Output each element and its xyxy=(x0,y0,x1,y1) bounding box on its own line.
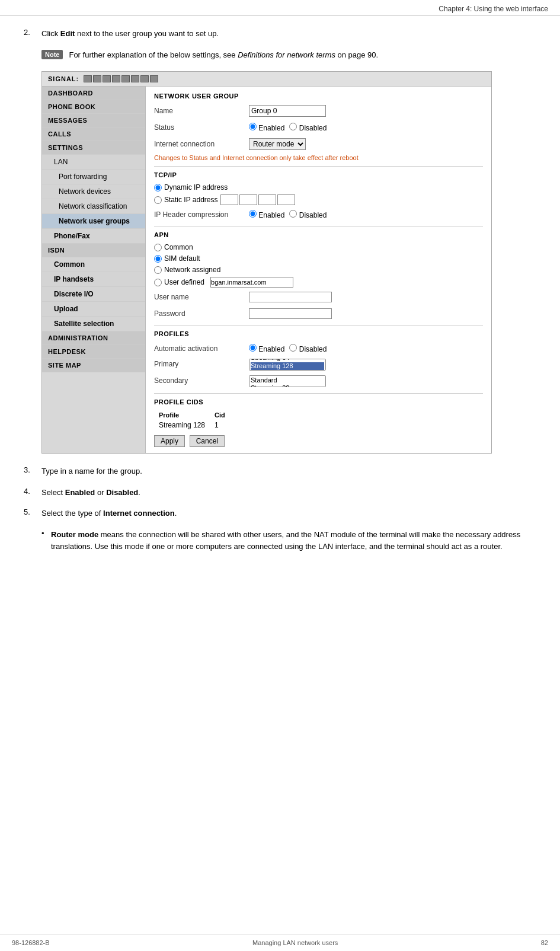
ip-enabled-label[interactable]: Enabled xyxy=(249,210,284,219)
signal-block-1 xyxy=(84,75,92,82)
internet-control: Router mode xyxy=(249,138,483,150)
ip-disabled-label[interactable]: Disabled xyxy=(289,210,327,219)
signal-block-3 xyxy=(103,75,111,82)
status-disabled-label[interactable]: Disabled xyxy=(289,123,327,132)
signal-block-6 xyxy=(131,75,139,82)
internet-select[interactable]: Router mode xyxy=(249,138,306,150)
status-enabled-label[interactable]: Enabled xyxy=(249,123,284,132)
apn-user-input[interactable] xyxy=(210,277,293,288)
ip-box-2[interactable] xyxy=(239,194,257,205)
sidebar-item-settings[interactable]: SETTINGS xyxy=(42,141,145,155)
step-5-text: Select the type of Internet connection. xyxy=(41,508,177,519)
apply-button[interactable]: Apply xyxy=(154,435,185,447)
ip-box-4[interactable] xyxy=(277,194,295,205)
content-area: DASHBOARD PHONE BOOK MESSAGES CALLS SETT… xyxy=(42,87,491,453)
static-ip-row: Static IP address xyxy=(154,194,483,205)
warning-text: Changes to Status and Internet connectio… xyxy=(154,154,483,161)
ip-box-3[interactable] xyxy=(258,194,276,205)
sidebar-item-discreteio[interactable]: Discrete I/O xyxy=(42,287,145,302)
password-row: Password xyxy=(154,307,483,320)
dynamic-ip-radio[interactable] xyxy=(154,184,162,192)
sidebar-item-networkusergroups[interactable]: Network user groups xyxy=(42,214,145,229)
sidebar-item-satelliteselection[interactable]: Satellite selection xyxy=(42,317,145,331)
apn-user-radio[interactable] xyxy=(154,279,162,286)
status-enabled-radio[interactable] xyxy=(249,123,257,130)
sidebar-item-messages[interactable]: MESSAGES xyxy=(42,114,145,127)
sidebar-item-networkclassification[interactable]: Network classification xyxy=(42,199,145,214)
step-4-text: Select Enabled or Disabled. xyxy=(41,487,140,499)
password-input[interactable] xyxy=(249,308,332,319)
signal-block-5 xyxy=(121,75,130,82)
ip-disabled-radio[interactable] xyxy=(289,210,297,218)
sidebar-item-helpdesk[interactable]: HELPDESK xyxy=(42,345,145,359)
sidebar-item-dashboard[interactable]: DASHBOARD xyxy=(42,87,145,100)
auto-disabled-radio[interactable] xyxy=(289,344,297,352)
ip-header-label: IP Header compression xyxy=(154,210,249,219)
sidebar-item-networkdevices[interactable]: Network devices xyxy=(42,184,145,199)
sidebar-item-sitemap[interactable]: SITE MAP xyxy=(42,359,145,372)
ip-enabled-radio[interactable] xyxy=(249,210,257,218)
divider-3 xyxy=(154,325,483,325)
main-content: 2. Click Edit next to the user group you… xyxy=(0,16,560,594)
username-label: User name xyxy=(154,293,249,301)
divider-1 xyxy=(154,166,483,167)
step-2-text: Click Edit next to the user group you wa… xyxy=(41,28,219,40)
password-label: Password xyxy=(154,309,249,318)
primary-streaming256[interactable]: Streaming 256 xyxy=(251,370,324,371)
secondary-profiles-list[interactable]: Standard Streaming 32 Streaming 64 Strea… xyxy=(249,375,326,387)
secondary-label: Secondary xyxy=(154,375,249,385)
static-ip-radio[interactable] xyxy=(154,196,162,204)
button-row: Apply Cancel xyxy=(154,435,483,447)
status-label: Status xyxy=(154,123,249,132)
auto-enabled-radio[interactable] xyxy=(249,344,257,352)
auto-disabled-label[interactable]: Disabled xyxy=(289,344,327,353)
sidebar-item-calls[interactable]: CALLS xyxy=(42,127,145,141)
secondary-control: Standard Streaming 32 Streaming 64 Strea… xyxy=(249,375,483,387)
step-3-text: Type in a name for the group. xyxy=(41,465,142,477)
page-header: Chapter 4: Using the web interface xyxy=(0,0,560,16)
signal-block-4 xyxy=(112,75,120,82)
apn-user-label: User defined xyxy=(164,278,204,286)
auto-enabled-label[interactable]: Enabled xyxy=(249,344,284,353)
ip-box-1[interactable] xyxy=(220,194,238,205)
screenshot-frame: SIGNAL: DASHBOARD PHONE BOOK MESSAGES CA… xyxy=(41,71,492,454)
sidebar-item-phonebook[interactable]: PHONE BOOK xyxy=(42,100,145,114)
bullet-router-text: Router mode means the connection will be… xyxy=(51,529,536,553)
cid-row-1: Streaming 128 1 xyxy=(154,420,230,430)
chapter-title: Chapter 4: Using the web interface xyxy=(439,5,548,13)
footer-center: Managing LAN network users xyxy=(252,939,338,946)
sidebar-item-isdn[interactable]: ISDN xyxy=(42,244,145,257)
note-label: Note xyxy=(41,50,63,59)
secondary-standard[interactable]: Standard xyxy=(251,376,324,384)
signal-label: SIGNAL: xyxy=(48,75,79,82)
sidebar-item-iphandsets[interactable]: IP handsets xyxy=(42,272,145,287)
signal-block-7 xyxy=(140,75,149,82)
apn-sim-radio[interactable] xyxy=(154,255,162,263)
apn-network-radio[interactable] xyxy=(154,266,162,274)
sidebar-item-upload[interactable]: Upload xyxy=(42,302,145,317)
sidebar-item-lan[interactable]: LAN xyxy=(42,155,145,170)
status-row: Status Enabled Disabled xyxy=(154,121,483,134)
status-disabled-radio[interactable] xyxy=(289,123,297,130)
sidebar-item-administration[interactable]: ADMINISTRATION xyxy=(42,331,145,345)
apn-network-label: Network assigned xyxy=(164,266,220,274)
static-ip-label: Static IP address xyxy=(164,196,218,204)
secondary-streaming32[interactable]: Streaming 32 xyxy=(251,384,324,387)
page-footer: 98-126882-B Managing LAN network users 8… xyxy=(0,934,560,951)
username-row: User name xyxy=(154,291,483,304)
divider-4 xyxy=(154,393,483,394)
cid-cid-header: Cid xyxy=(210,410,230,420)
signal-blocks xyxy=(84,75,158,82)
bullet-symbol: • xyxy=(41,529,51,553)
cancel-button[interactable]: Cancel xyxy=(190,435,225,447)
footer-left: 98-126882-B xyxy=(12,939,50,946)
apn-common-radio[interactable] xyxy=(154,244,162,251)
sidebar-item-common[interactable]: Common xyxy=(42,257,145,272)
username-input[interactable] xyxy=(249,292,332,302)
ip-header-control: Enabled Disabled xyxy=(249,210,483,219)
primary-streaming128[interactable]: Streaming 128 xyxy=(251,362,324,370)
sidebar-item-portforwarding[interactable]: Port forwarding xyxy=(42,170,145,184)
primary-profiles-list[interactable]: Standard Streaming 32 Streaming 64 Strea… xyxy=(249,359,326,371)
sidebar-item-phonefax[interactable]: Phone/Fax xyxy=(42,229,145,244)
name-input[interactable] xyxy=(249,105,326,117)
